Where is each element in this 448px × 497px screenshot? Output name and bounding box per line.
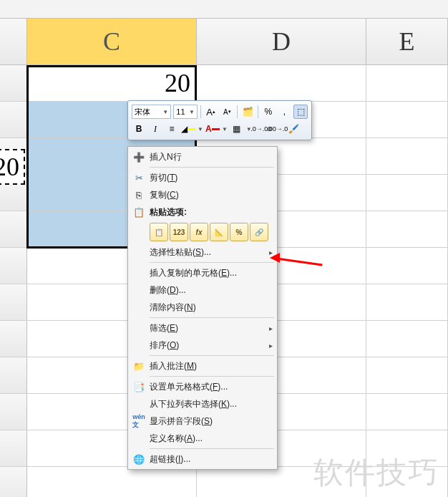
menu-cut[interactable]: ✂ 剪切(T) bbox=[130, 169, 276, 186]
cell-e3[interactable] bbox=[366, 138, 448, 174]
context-menu: ➕ 插入N行 ✂ 剪切(T) ⎘ 复制(C) 📋 粘贴选项: 📋 123 fx … bbox=[127, 146, 278, 470]
paste-options-row: 📋 123 fx 📐 % 🔗 bbox=[130, 221, 276, 243]
menu-dropdown-pick[interactable]: 从下拉列表中选择(K)... bbox=[130, 395, 276, 412]
bold-button[interactable]: B bbox=[132, 122, 146, 136]
bucket-icon: ◢ bbox=[181, 124, 188, 134]
format-cells-icon[interactable]: 🗂️ bbox=[240, 105, 255, 119]
decrease-decimal-button[interactable]: .00→.0 bbox=[271, 122, 285, 136]
font-selector[interactable]: 宋体▼ bbox=[132, 105, 171, 119]
chevron-down-icon[interactable]: ▼ bbox=[198, 126, 203, 132]
cell-e1[interactable] bbox=[366, 65, 448, 101]
menu-hyperlink[interactable]: 🌐 超链接(I)... bbox=[130, 450, 276, 468]
menu-paste-special[interactable]: 选择性粘贴(S)... ▸ bbox=[130, 243, 276, 261]
format-cells-icon: 📑 bbox=[132, 380, 145, 393]
phonetic-icon: wén文 bbox=[132, 415, 145, 428]
top-strip bbox=[0, 0, 448, 19]
marquee-value: 20 bbox=[0, 152, 19, 182]
submenu-arrow-icon: ▸ bbox=[269, 342, 273, 349]
menu-sort[interactable]: 排序(O) ▸ bbox=[130, 337, 276, 354]
grow-font-button[interactable]: A▴ bbox=[204, 105, 218, 119]
corner-stub[interactable] bbox=[0, 19, 27, 64]
menu-show-phonetic[interactable]: wén文 显示拼音字段(S) bbox=[130, 412, 276, 430]
paste-all-icon[interactable]: 📋 bbox=[150, 223, 168, 241]
row-header-6[interactable] bbox=[0, 248, 27, 284]
paste-link-icon[interactable]: 🔗 bbox=[250, 223, 268, 241]
cell-c1[interactable]: 20 bbox=[27, 65, 197, 101]
menu-delete[interactable]: 删除(D)... bbox=[130, 281, 276, 299]
chevron-down-icon[interactable]: ▼ bbox=[222, 126, 228, 132]
clipboard-icon: 📋 bbox=[132, 206, 145, 218]
annotation-arrow bbox=[274, 251, 324, 265]
row-12 bbox=[0, 467, 448, 497]
row-header-2[interactable] bbox=[0, 102, 27, 137]
fill-color-button[interactable]: ◢ bbox=[181, 122, 195, 136]
menu-clear-contents[interactable]: 清除内容(N) bbox=[130, 299, 276, 316]
col-header-d[interactable]: D bbox=[197, 19, 366, 64]
folder-icon: 📁 bbox=[132, 360, 145, 372]
cell-e2[interactable] bbox=[366, 102, 448, 137]
row-1: 20 bbox=[0, 65, 448, 102]
menu-copy[interactable]: ⎘ 复制(C) bbox=[130, 186, 276, 203]
cell-d1[interactable] bbox=[197, 65, 366, 101]
paste-formatting-icon[interactable]: % bbox=[230, 223, 248, 241]
format-painter-button[interactable]: 🖌️ bbox=[287, 122, 301, 136]
mini-toolbar: 宋体▼ 11▼ A▴ A▾ 🗂️ % , ⬚ B I ≡ ◢ ▼ A ▼ ▦ ▼… bbox=[127, 100, 312, 140]
align-button[interactable]: ≡ bbox=[165, 122, 179, 136]
chevron-down-icon: ▼ bbox=[189, 109, 195, 115]
submenu-arrow-icon: ▸ bbox=[269, 324, 273, 332]
col-header-e[interactable]: E bbox=[366, 19, 448, 64]
percent-button[interactable]: % bbox=[261, 105, 276, 119]
menu-paste-options-label: 📋 粘贴选项: bbox=[130, 203, 276, 221]
italic-button[interactable]: I bbox=[148, 122, 162, 136]
shrink-font-button[interactable]: A▾ bbox=[220, 105, 235, 119]
hyperlink-icon: 🌐 bbox=[132, 453, 145, 465]
copy-icon: ⎘ bbox=[132, 188, 145, 201]
comma-button[interactable]: , bbox=[278, 105, 292, 119]
menu-define-name[interactable]: 定义名称(A)... bbox=[130, 430, 276, 447]
accounting-format-button[interactable]: ⬚ bbox=[293, 105, 308, 119]
insert-rows-icon: ➕ bbox=[132, 150, 145, 163]
row-header-1[interactable] bbox=[0, 65, 27, 101]
scissors-icon: ✂ bbox=[132, 171, 145, 184]
cell-e6[interactable] bbox=[366, 248, 448, 284]
paste-values-icon[interactable]: 123 bbox=[170, 223, 188, 241]
increase-decimal-button[interactable]: .0→.00 bbox=[254, 122, 268, 136]
menu-format-cells[interactable]: 📑 设置单元格格式(F)... bbox=[130, 378, 276, 395]
col-header-c[interactable]: C bbox=[27, 19, 197, 64]
font-color-button[interactable]: A bbox=[205, 122, 220, 136]
cell-value: 20 bbox=[165, 68, 190, 98]
column-headers: C D E bbox=[0, 19, 448, 65]
cell-e5[interactable] bbox=[366, 211, 448, 247]
menu-insert-rows[interactable]: ➕ 插入N行 bbox=[130, 148, 276, 165]
menu-filter[interactable]: 筛选(E) ▸ bbox=[130, 319, 276, 337]
font-size-selector[interactable]: 11▼ bbox=[173, 105, 198, 119]
chevron-down-icon: ▼ bbox=[162, 109, 168, 115]
clipboard-marquee: 20 bbox=[0, 149, 25, 185]
menu-insert-copied-cells[interactable]: 插入复制的单元格(E)... bbox=[130, 264, 276, 281]
paste-transpose-icon[interactable]: 📐 bbox=[210, 223, 228, 241]
row-header-5[interactable] bbox=[0, 211, 27, 247]
cell-e4[interactable] bbox=[366, 175, 448, 211]
paste-formulas-icon[interactable]: fx bbox=[190, 223, 208, 241]
borders-button[interactable]: ▦ bbox=[230, 122, 244, 136]
menu-insert-comment[interactable]: 📁 插入批注(M) bbox=[130, 357, 276, 375]
